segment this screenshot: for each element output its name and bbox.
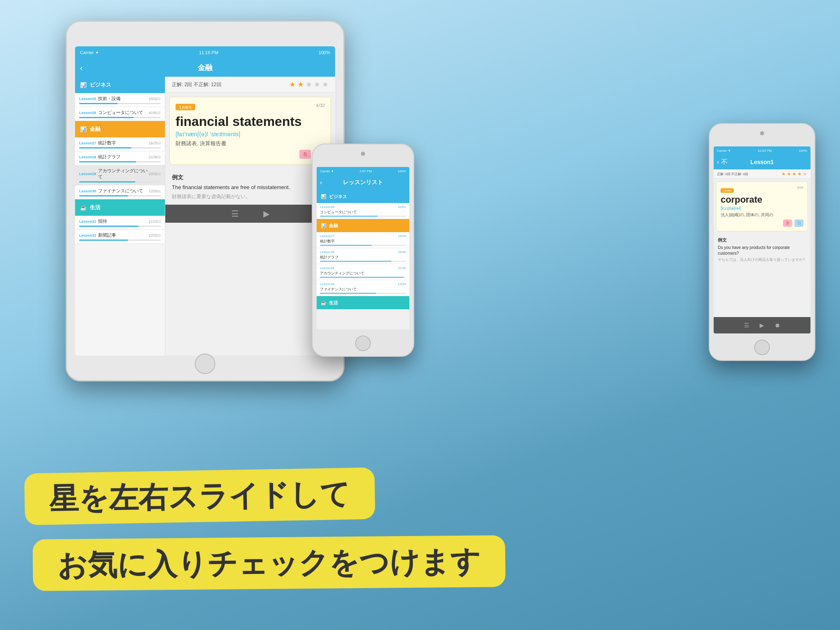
iphone-right-example-japanese: そちらでは、法人向けの商品も取り扱っていますか? (718, 257, 806, 262)
star-1[interactable]: ★ (289, 80, 296, 89)
ipad-sidebar[interactable]: 📊 ビジネス Lesson25 技術・設備 15/32 ≡ L (75, 77, 165, 356)
iphone-left-lesson-30[interactable]: Lesson30 13/20 ファイナンスについて (317, 280, 409, 296)
iphone-left-category-seikatsu[interactable]: ☕ 生活 (317, 296, 409, 309)
iphone-right-example-english: Do you have any products for corporate c… (718, 245, 806, 256)
ipad-example-english: The financial statements are free of mis… (172, 184, 329, 191)
lesson-count-31: 11/15 (148, 219, 158, 224)
toolbar-play-icon[interactable]: ▶ (263, 209, 269, 219)
iphone-left-home-button[interactable] (355, 336, 371, 351)
toolbar-list-icon[interactable]: ☰ (231, 209, 239, 219)
iphone-left-category-kinyu[interactable]: 📊 金融 (317, 219, 409, 232)
iphone-left-count-27: 15/25 (398, 234, 406, 238)
iphone-left-lesson-29[interactable]: Lesson29 31/32 アカウンティングについて (317, 264, 409, 280)
iphone-right-stars[interactable]: ★ ★ ★ ★ ★ (781, 171, 807, 177)
ipad-stars[interactable]: ★ ★ ★ ★ ★ (289, 80, 329, 89)
ipad-content: 📊 ビジネス Lesson25 技術・設備 15/32 ≡ L (75, 77, 335, 356)
star-5[interactable]: ★ (322, 80, 329, 89)
iphone-left-num-29: Lesson29 (320, 266, 334, 270)
iphone-left-header: ‹ レッスンリスト (317, 175, 409, 190)
sidebar-lesson-25[interactable]: Lesson25 技術・設備 15/32 ≡ (75, 93, 165, 107)
iphone-left-lesson-27[interactable]: Lesson27 15/25 統計数字 (317, 232, 409, 248)
lesson-name-31: 招待 (98, 218, 149, 224)
iphone-right-toolbar-play[interactable]: ▶ (760, 322, 764, 329)
ipad-card-count: 4/32 (316, 103, 325, 108)
sidebar-category-kinyu[interactable]: 📊 金融 (75, 121, 165, 137)
sidebar-lesson-32[interactable]: Lesson32 新聞記事 12/20 ≡ (75, 230, 165, 244)
lesson-menu-icon-30[interactable]: ≡ (158, 188, 161, 194)
star-4[interactable]: ★ (314, 80, 320, 89)
iphone-left-lesson-26[interactable]: Lesson26 41/61 コンピュータについて (317, 203, 409, 219)
iphone-right-back[interactable]: ‹ 不 (717, 158, 728, 167)
iphone-right-learn-badge: Learn (721, 188, 734, 193)
sidebar-lesson-29[interactable]: Lesson29 アカウンティングについて 22/32 ≡ (75, 165, 165, 185)
ipad-action-noun[interactable]: 名 (299, 150, 311, 159)
iphone-left-count-28: 25/30 (398, 250, 406, 254)
iphone-left-lesson-list[interactable]: 📊 ビジネス Lesson26 41/61 コンピュータについて 📊 金融 (317, 190, 409, 329)
iphone-left-battery: 100% (398, 169, 406, 173)
iphone-left-camera (361, 152, 365, 156)
iphone-right-action-noun[interactable]: 語 (794, 219, 803, 227)
ipad-main-area: 正解: 2回 不正解: 12回 ★ ★ ★ ★ ★ Learn 4/32 (165, 77, 335, 356)
iphone-right-home-button[interactable] (754, 340, 770, 355)
sidebar-lesson-27[interactable]: Lesson27 統計数字 16/25 ≡ (75, 137, 165, 151)
iphone-left-count-30: 13/20 (398, 282, 406, 286)
star-2[interactable]: ★ (297, 80, 304, 89)
lesson-name-28: 統計グラフ (98, 154, 149, 160)
lesson-menu-icon-25[interactable]: ≡ (158, 96, 161, 102)
star-3[interactable]: ★ (306, 80, 312, 89)
iphone-right-star-3[interactable]: ★ (792, 171, 797, 177)
sidebar-category-seikatsu[interactable]: ☕ 生活 (75, 199, 165, 216)
lesson-count-28: 21/30 (148, 155, 158, 159)
sidebar-lesson-30[interactable]: Lesson30 ファイナンスについて 12/20 ≡ (75, 185, 165, 199)
lesson-count-26: 41/61 (148, 111, 158, 115)
iphone-right-action-adj[interactable]: 形 (783, 219, 792, 227)
iphone-right-card-meaning: 法人(組織)の, 団体の, 共同の (721, 212, 803, 218)
lesson-name-30: ファイナンスについて (98, 188, 149, 194)
iphone-right-example-section: 例文 Do you have any products for corporat… (714, 234, 810, 266)
iphone-right-header: ‹ 不 Lesson1 (714, 155, 810, 169)
ipad-back-button[interactable]: ‹ (80, 63, 83, 73)
ipad-device: Carrier ✦ 11:16 PM 100% ‹ 金融 📊 ビジネス Less… (66, 21, 345, 381)
lesson-num-32: Lesson32 (79, 233, 96, 237)
ipad-home-button[interactable] (195, 354, 215, 374)
lesson-name-27: 統計数字 (98, 140, 149, 146)
iphone-left-category-business[interactable]: 📊 ビジネス (317, 190, 409, 203)
brush-text-line2: お気に入りチェックをつけます (57, 545, 481, 581)
ipad-example-section: 例文 The financial statements are free of … (165, 169, 335, 205)
ipad-card-phonetic: [faɪˈnænʃ(ə)l ˈsteɪtmənts] (176, 131, 325, 137)
iphone-right-title: Lesson1 (751, 159, 774, 165)
iphone-left-name-28: 統計グラフ (320, 255, 406, 260)
iphone-right-star-2[interactable]: ★ (787, 171, 791, 177)
iphone-left-status: Carrier ✦ 2:57 PM 100% (317, 167, 409, 175)
iphone-right-star-5[interactable]: ★ (803, 171, 807, 177)
lesson-menu-icon-27[interactable]: ≡ (158, 140, 161, 146)
iphone-right-star-4[interactable]: ★ (797, 171, 802, 177)
sidebar-lesson-28[interactable]: Lesson28 統計グラフ 21/30 ≡ (75, 151, 165, 165)
lesson-menu-icon-26[interactable]: ≡ (158, 110, 161, 116)
iphone-right-card-actions: 形 語 (721, 219, 803, 227)
ipad-toolbar: ☰ ▶ (165, 205, 335, 223)
lesson-menu-icon-28[interactable]: ≡ (158, 154, 161, 160)
ipad-example-japanese: 財務諸表に重要な虚偽記載がない。 (172, 193, 329, 200)
ipad-battery: 100% (319, 50, 330, 55)
sidebar-lesson-31[interactable]: Lesson31 招待 11/15 ≡ (75, 216, 165, 230)
ipad-screen: Carrier ✦ 11:16 PM 100% ‹ 金融 📊 ビジネス Less… (75, 46, 335, 356)
iphone-left-screen: Carrier ✦ 2:57 PM 100% ‹ レッスンリスト 📊 ビジネス … (317, 167, 409, 329)
lesson-num-30: Lesson30 (79, 189, 96, 193)
sidebar-category-business[interactable]: 📊 ビジネス (75, 77, 165, 93)
iphone-right-toolbar-record[interactable]: ⏺ (774, 322, 780, 329)
iphone-right-star-1[interactable]: ★ (781, 171, 786, 177)
iphone-left-lesson-28[interactable]: Lesson28 25/30 統計グラフ (317, 248, 409, 264)
iphone-left-kinyu-label: 金融 (329, 223, 338, 229)
lesson-menu-icon-32[interactable]: ≡ (158, 233, 161, 238)
lesson-menu-icon-29[interactable]: ≡ (158, 171, 161, 177)
lesson-menu-icon-31[interactable]: ≡ (158, 219, 161, 224)
iphone-left-num-28: Lesson28 (320, 250, 334, 254)
lesson-name-25: 技術・設備 (98, 96, 149, 102)
iphone-left-time: 2:57 PM (360, 169, 372, 173)
sidebar-lesson-26[interactable]: Lesson26 コンピュータについて 41/61 ≡ (75, 107, 165, 121)
iphone-right-toolbar-list[interactable]: ☰ (744, 322, 749, 329)
iphone-left-back[interactable]: ‹ (320, 179, 322, 186)
iphone-left-name-30: ファイナンスについて (320, 287, 406, 292)
kinyu-label: 金融 (90, 126, 100, 133)
